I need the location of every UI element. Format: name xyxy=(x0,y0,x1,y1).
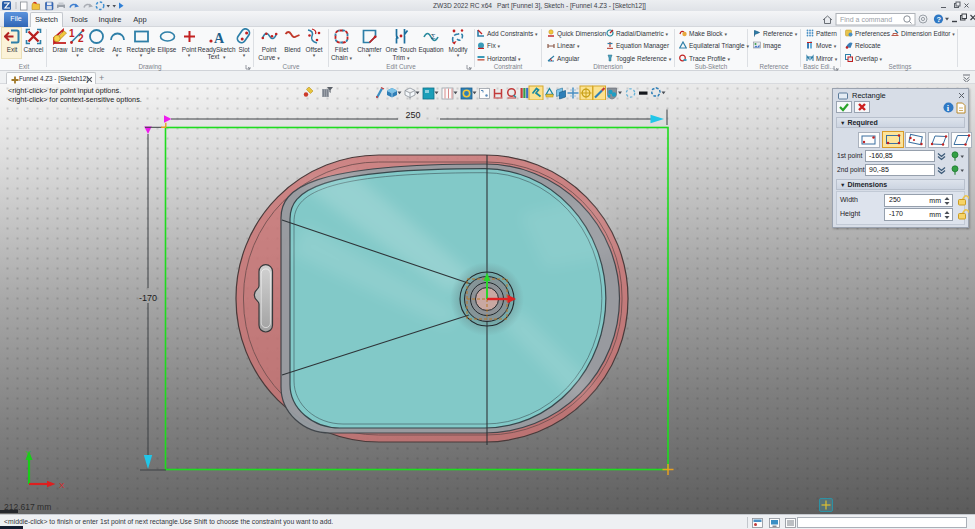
svg-text:?: ? xyxy=(936,15,941,24)
svg-text:Part [Funnel 3], Sketch - [Fu: Part [Funnel 3], Sketch - [Funnel 4.Z3 -… xyxy=(497,2,646,10)
svg-text:-170: -170 xyxy=(139,293,157,303)
svg-text:Find a command: Find a command xyxy=(840,16,892,23)
svg-text:250: 250 xyxy=(405,110,420,120)
svg-text:A: A xyxy=(214,31,225,45)
svg-text:X: X xyxy=(59,481,65,490)
svg-text:Σ: Σ xyxy=(431,32,436,41)
svg-text:Y: Y xyxy=(26,449,32,458)
svg-text:ZW3D 2022 RC x64: ZW3D 2022 RC x64 xyxy=(433,2,492,9)
svg-text:1: 1 xyxy=(69,28,75,39)
